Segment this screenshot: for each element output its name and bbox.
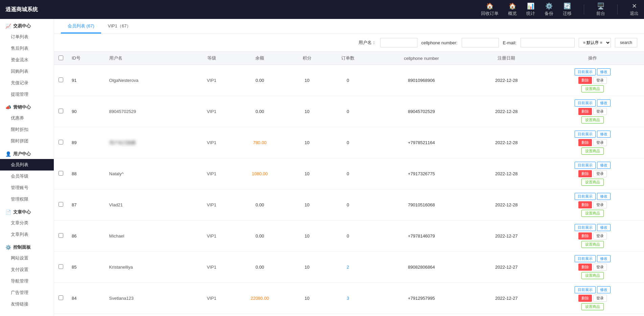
sidebar-item-article-category[interactable]: 文章分类 [0,217,54,229]
btn-set-product-91[interactable]: 设置商品 [581,85,604,92]
btn-delete-87[interactable]: 删除 [578,201,592,208]
btn-login-86[interactable]: 登录 [593,232,607,240]
row-checkbox-89[interactable] [59,140,63,144]
select-all-checkbox[interactable] [59,55,63,60]
btn-display-88[interactable]: 目前展示 [575,162,596,169]
sidebar-item-recharge[interactable]: 充值记录 [0,77,54,89]
btn-modify-85[interactable]: 修改 [597,255,611,262]
btn-set-product-88[interactable]: 设置商品 [581,179,604,186]
nav-logout[interactable]: ✕ 退出 [630,2,639,17]
sidebar-item-ad-manage[interactable]: 广告管理 [0,287,54,298]
btn-login-89[interactable]: 登录 [593,139,607,146]
sidebar-item-friend-links[interactable]: 友情链接 [0,298,54,310]
sidebar-item-order-list[interactable]: 订单列表 [0,31,54,43]
nav-overview[interactable]: 🏠 概览 [508,2,517,17]
btn-set-product-86[interactable]: 设置商品 [581,241,604,248]
row-actions-87: 目前展示 修改 删除 登录 设置商品 [541,189,644,221]
row-checkbox-86[interactable] [59,233,63,238]
btn-delete-84[interactable]: 删除 [578,295,592,302]
nav-migrate[interactable]: 🔄 迁移 [563,2,572,17]
action-group-86: 目前展示 修改 删除 登录 设置商品 [544,224,641,248]
sidebar-item-member-list[interactable]: 会员列表 [0,159,54,171]
btn-delete-90[interactable]: 删除 [578,108,592,115]
sidebar-item-withdrawal[interactable]: 提现管理 [0,89,54,100]
row-checkbox-91[interactable] [59,77,63,82]
sidebar-item-coupon[interactable]: 优惠券 [0,112,54,124]
sidebar-item-discount[interactable]: 限时折扣 [0,124,54,135]
btn-display-90[interactable]: 目前展示 [575,99,596,107]
btn-modify-89[interactable]: 修改 [597,131,611,138]
sidebar-item-cashflow[interactable]: 资金流水 [0,54,54,66]
sidebar-section-articles-label: 文章中心 [13,209,31,215]
table-row: 86 Michael VIP1 0.00 10 0 +7978146079 20… [54,221,644,252]
btn-set-product-89[interactable]: 设置商品 [581,148,604,155]
btn-display-86[interactable]: 目前展示 [575,224,596,231]
btn-display-87[interactable]: 目前展示 [575,193,596,200]
search-button[interactable]: search [615,38,637,47]
sidebar-item-admin-permission[interactable]: 管理权限 [0,194,54,205]
sidebar-item-site-settings[interactable]: 网站设置 [0,252,54,264]
nav-orders[interactable]: 🏠 回收订单 [481,2,499,17]
btn-display-89[interactable]: 目前展示 [575,131,596,138]
btn-login-88[interactable]: 登录 [593,170,607,177]
btn-modify-88[interactable]: 修改 [597,162,611,169]
tab-member-list[interactable]: 会员列表 (67) [61,19,101,33]
sidebar-item-member-level[interactable]: 会员等级 [0,171,54,182]
btn-delete-89[interactable]: 删除 [578,139,592,146]
row-level-84: VIP1 [193,283,230,314]
sidebar-item-group[interactable]: 限时拼团 [0,135,54,147]
btn-modify-84[interactable]: 修改 [597,286,611,293]
email-input[interactable] [521,38,575,47]
row-checkbox-cell [54,65,68,96]
username-text: Michael [109,233,124,239]
row-checkbox-84[interactable] [59,295,63,300]
btn-modify-91[interactable]: 修改 [597,68,611,75]
row-level-88: VIP1 [193,158,230,189]
btn-login-84[interactable]: 登录 [593,295,607,302]
row-checkbox-87[interactable] [59,202,63,207]
btn-delete-91[interactable]: 删除 [578,77,592,84]
btn-set-product-85[interactable]: 设置商品 [581,272,604,279]
btn-set-product-84[interactable]: 设置商品 [581,303,604,310]
btn-login-85[interactable]: 登录 [593,264,607,271]
nav-backup[interactable]: ⚙️ 备份 [545,2,553,17]
btn-modify-90[interactable]: 修改 [597,99,611,107]
row-checkbox-cell [54,158,68,189]
btn-modify-86[interactable]: 修改 [597,224,611,231]
cellphone-input[interactable] [462,38,499,47]
btn-delete-88[interactable]: 删除 [578,170,592,177]
btn-login-91[interactable]: 登录 [593,77,607,84]
btn-display-91[interactable]: 目前展示 [575,68,596,75]
action-row1-85: 目前展示 修改 [575,255,611,262]
btn-set-product-87[interactable]: 设置商品 [581,210,604,217]
sidebar-item-buyback[interactable]: 回购列表 [0,66,54,77]
table-row: 90 89045702529 VIP1 0.00 10 0 8904570252… [54,96,644,127]
btn-modify-87[interactable]: 修改 [597,193,611,200]
tab-vip1[interactable]: VIP1（67） [101,19,138,33]
row-id-89: 89 [68,127,107,158]
sidebar-item-article-list[interactable]: 文章列表 [0,229,54,240]
sidebar-item-nav-manage[interactable]: 导航管理 [0,275,54,287]
sidebar-item-admin-account[interactable]: 管理账号 [0,182,54,194]
row-phone-88: +7917326775 [371,158,472,189]
row-checkbox-88[interactable] [59,171,63,176]
row-checkbox-85[interactable] [59,264,63,269]
btn-login-90[interactable]: 登录 [593,108,607,115]
nav-stats[interactable]: 📊 统计 [526,2,535,17]
nav-frontend[interactable]: 🖥️ 前台 [596,2,605,17]
btn-display-84[interactable]: 目前展示 [575,286,596,293]
row-checkbox-90[interactable] [59,109,63,113]
btn-delete-85[interactable]: 删除 [578,264,592,271]
sort-select[interactable]: = 默认序 = [579,38,611,47]
sidebar-item-aftersale[interactable]: 售后列表 [0,43,54,54]
btn-login-87[interactable]: 登录 [593,201,607,208]
btn-delete-86[interactable]: 删除 [578,232,592,240]
btn-set-product-90[interactable]: 设置商品 [581,116,604,123]
row-orders-87: 0 [325,189,371,221]
username-input[interactable] [380,38,417,47]
th-orders: 订单数 [325,52,371,65]
table-body: 91 OlgaNesterova VIP1 0.00 10 0 89010968… [54,65,644,314]
btn-display-85[interactable]: 目前展示 [575,255,596,262]
sidebar-item-payment-settings[interactable]: 支付设置 [0,264,54,275]
sidebar-section-articles: 📄 文章中心 [0,205,54,217]
